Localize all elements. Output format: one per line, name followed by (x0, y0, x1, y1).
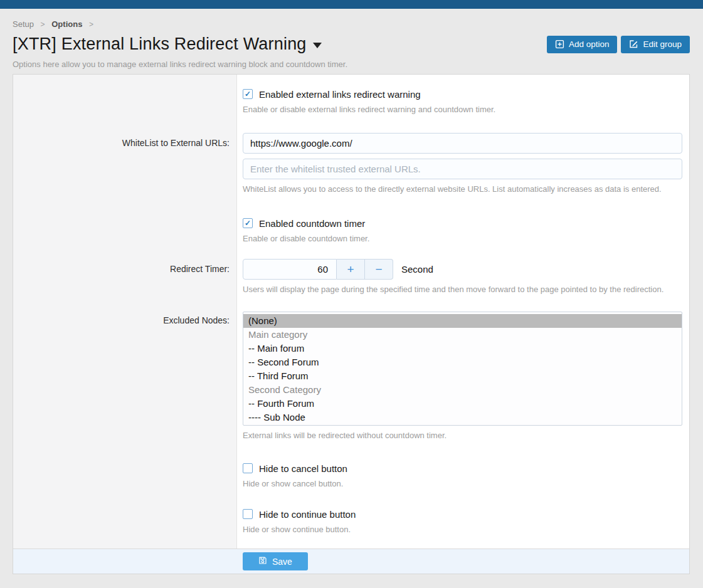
hide-continue-description: Hide or show continue button. (243, 525, 682, 534)
row-enable-warning: Enabled external links redirect warning … (13, 87, 689, 114)
list-option-third-forum[interactable]: -- Third Forum (243, 369, 682, 383)
list-option-second-category[interactable]: Second Category (243, 383, 682, 397)
redirect-timer-input[interactable] (243, 259, 337, 280)
row-hide-continue: Hide to continue button Hide or show con… (13, 507, 689, 534)
redirect-timer-description: Users will display the page during the s… (243, 285, 682, 294)
hide-continue-checkbox-row[interactable]: Hide to continue button (243, 507, 682, 521)
save-button[interactable]: Save (243, 552, 308, 570)
excluded-nodes-label: Excluded Nodes: (13, 312, 236, 440)
enable-countdown-checkbox-row[interactable]: Enabled countdown timer (243, 216, 682, 230)
list-option-fourth-forum[interactable]: -- Fourth Forum (243, 397, 682, 411)
enable-countdown-description: Enable or disable countdown timer. (243, 234, 682, 243)
save-button-label: Save (272, 557, 292, 567)
enable-warning-label[interactable]: Enabled external links redirect warning (259, 89, 421, 100)
whitelist-label: WhiteList to External URLs: (13, 133, 236, 194)
excluded-nodes-listbox[interactable]: (None) Main category -- Main forum -- Se… (243, 312, 682, 426)
timer-decrement-button[interactable]: − (365, 259, 393, 280)
page-title: [XTR] External Links Redirect Warning (13, 34, 307, 54)
plus-square-icon (555, 39, 564, 49)
page-header: Setup > Options > [XTR] External Links R… (0, 9, 703, 69)
list-option-main-category[interactable]: Main category (243, 328, 682, 342)
enable-warning-checkbox[interactable] (243, 89, 253, 99)
chevron-right-icon: > (41, 20, 45, 29)
breadcrumb-options[interactable]: Options (51, 19, 82, 29)
row-redirect-timer: Redirect Timer: + − Second Users will di… (13, 259, 689, 294)
redirect-timer-label: Redirect Timer: (13, 259, 236, 294)
row-enable-countdown: Enabled countdown timer Enable or disabl… (13, 216, 689, 243)
whitelist-description: WhiteList allows you to access to the di… (243, 184, 682, 194)
hide-cancel-label[interactable]: Hide to cancel button (259, 463, 347, 474)
excluded-nodes-description: External links will be redirected withou… (243, 431, 682, 440)
admin-top-bar (0, 0, 703, 9)
breadcrumb-setup[interactable]: Setup (13, 19, 34, 29)
row-excluded-nodes: Excluded Nodes: (None) Main category -- … (13, 312, 689, 440)
form-footer: Save (13, 549, 689, 574)
enable-warning-description: Enable or disable external links redirec… (243, 105, 682, 114)
timer-increment-button[interactable]: + (337, 259, 365, 280)
options-form: Enabled external links redirect warning … (13, 74, 690, 574)
floppy-disk-icon (258, 556, 267, 567)
caret-down-icon[interactable] (313, 43, 322, 48)
hide-cancel-description: Hide or show cancel button. (243, 479, 682, 488)
enable-countdown-label[interactable]: Enabled countdown timer (259, 218, 365, 229)
add-option-label: Add option (569, 39, 610, 49)
enable-countdown-checkbox[interactable] (243, 218, 253, 228)
hide-continue-label[interactable]: Hide to continue button (259, 509, 356, 520)
hide-cancel-checkbox-row[interactable]: Hide to cancel button (243, 461, 682, 475)
page-description: Options here allow you to manage externa… (13, 60, 690, 69)
breadcrumb: Setup > Options > (13, 19, 690, 29)
pencil-square-icon (629, 39, 638, 49)
timer-unit-label: Second (401, 264, 433, 275)
list-option-main-forum[interactable]: -- Main forum (243, 342, 682, 355)
list-option-sub-node[interactable]: ---- Sub Node (243, 411, 682, 424)
add-option-button[interactable]: Add option (547, 36, 618, 53)
list-option-second-forum[interactable]: -- Second Forum (243, 355, 682, 369)
whitelist-new-url-input[interactable] (243, 159, 682, 179)
row-whitelist: WhiteList to External URLs: WhiteList al… (13, 133, 689, 194)
edit-group-label: Edit group (643, 39, 682, 49)
chevron-right-icon: > (89, 20, 93, 29)
row-hide-cancel: Hide to cancel button Hide or show cance… (13, 461, 689, 488)
enable-warning-checkbox-row[interactable]: Enabled external links redirect warning (243, 87, 682, 101)
hide-continue-checkbox[interactable] (243, 509, 253, 519)
whitelist-url-input[interactable] (243, 133, 682, 154)
list-option-none[interactable]: (None) (243, 314, 682, 328)
hide-cancel-checkbox[interactable] (243, 463, 253, 473)
edit-group-button[interactable]: Edit group (621, 36, 690, 53)
